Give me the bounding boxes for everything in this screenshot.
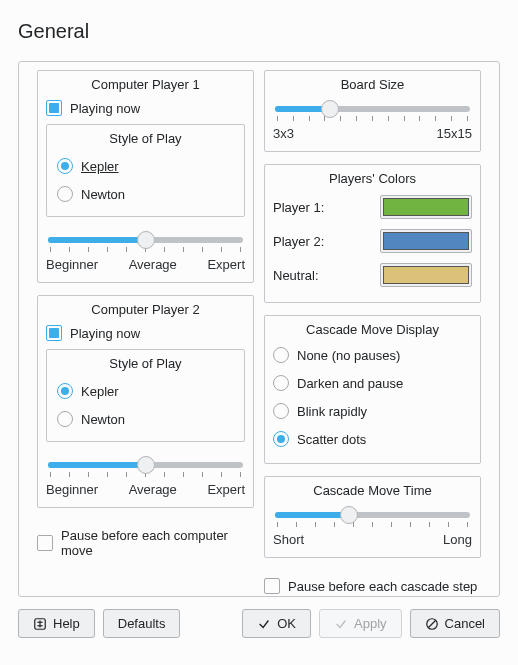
cascade-time-legend: Cascade Move Time	[273, 483, 472, 498]
pause-before-computer-move-checkbox[interactable]: Pause before each computer move	[37, 526, 254, 560]
p2-color-button[interactable]	[380, 229, 472, 253]
cp1-style-group: Style of Play Kepler Newton	[46, 124, 245, 217]
radio-selected-icon	[57, 158, 73, 174]
help-button[interactable]: Help	[18, 609, 95, 638]
radio-unselected-icon	[273, 403, 289, 419]
cascade-darken-label: Darken and pause	[297, 376, 403, 391]
cp1-style-legend: Style of Play	[57, 131, 234, 146]
color-swatch-icon	[383, 232, 469, 250]
radio-unselected-icon	[273, 375, 289, 391]
button-bar: Help Defaults OK Apply Cancel	[0, 597, 518, 638]
cancel-icon	[425, 617, 439, 631]
pause-before-cascade-checkbox[interactable]: Pause before each cascade step	[264, 576, 477, 596]
pause-computer-label: Pause before each computer move	[61, 528, 254, 558]
help-icon	[33, 617, 47, 631]
p1-color-label: Player 1:	[273, 200, 324, 215]
slider-handle-icon[interactable]	[321, 100, 339, 118]
cp2-newton-label: Newton	[81, 412, 125, 427]
cp1-radio-newton[interactable]: Newton	[57, 180, 234, 208]
svg-line-5	[428, 620, 435, 627]
group-board-size: Board Size 3x3 15x15	[264, 70, 481, 152]
help-button-label: Help	[53, 616, 80, 631]
cp2-slider-mid: Average	[129, 482, 177, 497]
right-column: Board Size 3x3 15x15 Players' Colors Pla…	[264, 70, 481, 596]
cp1-playing-now-label: Playing now	[70, 101, 140, 116]
ok-button[interactable]: OK	[242, 609, 311, 638]
radio-selected-icon	[273, 431, 289, 447]
checkbox-checked-icon	[46, 100, 62, 116]
p1-color-button[interactable]	[380, 195, 472, 219]
group-computer-player-2: Computer Player 2 Playing now Style of P…	[37, 295, 254, 508]
defaults-button[interactable]: Defaults	[103, 609, 181, 638]
cp2-kepler-label: Kepler	[81, 384, 119, 399]
cp1-playing-now-checkbox[interactable]: Playing now	[46, 96, 245, 124]
board-min-label: 3x3	[273, 126, 294, 141]
cp2-radio-kepler[interactable]: Kepler	[57, 377, 234, 405]
cascade-radio-none[interactable]: None (no pauses)	[273, 341, 472, 369]
cp1-slider-min: Beginner	[46, 257, 98, 272]
page-title: General	[0, 0, 518, 51]
neutral-color-button[interactable]	[380, 263, 472, 287]
cp1-skill-slider[interactable]: Beginner Average Expert	[46, 227, 245, 272]
slider-handle-icon[interactable]	[137, 231, 155, 249]
cascade-blink-label: Blink rapidly	[297, 404, 367, 419]
cp1-slider-max: Expert	[207, 257, 245, 272]
color-swatch-icon	[383, 198, 469, 216]
pause-cascade-label: Pause before each cascade step	[288, 579, 477, 594]
cascade-display-legend: Cascade Move Display	[273, 322, 472, 337]
cp2-radio-newton[interactable]: Newton	[57, 405, 234, 433]
group-cascade-time: Cascade Move Time Short Long	[264, 476, 481, 558]
cp2-slider-min: Beginner	[46, 482, 98, 497]
cp1-newton-label: Newton	[81, 187, 125, 202]
checkbox-checked-icon	[46, 325, 62, 341]
p2-color-label: Player 2:	[273, 234, 324, 249]
checkbox-unchecked-icon	[37, 535, 53, 551]
colors-legend: Players' Colors	[273, 171, 472, 186]
cancel-button-label: Cancel	[445, 616, 485, 631]
group-computer-player-1: Computer Player 1 Playing now Style of P…	[37, 70, 254, 283]
cp2-skill-slider[interactable]: Beginner Average Expert	[46, 452, 245, 497]
apply-button-label: Apply	[354, 616, 387, 631]
cp1-legend: Computer Player 1	[46, 77, 245, 92]
cp2-style-group: Style of Play Kepler Newton	[46, 349, 245, 442]
ok-button-label: OK	[277, 616, 296, 631]
cp2-legend: Computer Player 2	[46, 302, 245, 317]
cp2-playing-now-label: Playing now	[70, 326, 140, 341]
radio-unselected-icon	[57, 186, 73, 202]
cascade-time-min: Short	[273, 532, 304, 547]
cp2-style-legend: Style of Play	[57, 356, 234, 371]
slider-handle-icon[interactable]	[137, 456, 155, 474]
radio-selected-icon	[57, 383, 73, 399]
apply-button[interactable]: Apply	[319, 609, 402, 638]
cascade-radio-blink[interactable]: Blink rapidly	[273, 397, 472, 425]
radio-unselected-icon	[57, 411, 73, 427]
cp1-radio-kepler[interactable]: Kepler	[57, 152, 234, 180]
check-icon	[257, 617, 271, 631]
board-max-label: 15x15	[437, 126, 472, 141]
group-player-colors: Players' Colors Player 1: Player 2: Neut…	[264, 164, 481, 303]
check-icon	[334, 617, 348, 631]
defaults-button-label: Defaults	[118, 616, 166, 631]
settings-panel: Computer Player 1 Playing now Style of P…	[18, 61, 500, 597]
group-cascade-display: Cascade Move Display None (no pauses) Da…	[264, 315, 481, 464]
checkbox-unchecked-icon	[264, 578, 280, 594]
board-size-slider[interactable]: 3x3 15x15	[273, 96, 472, 141]
cp1-kepler-label: Kepler	[81, 159, 119, 174]
radio-unselected-icon	[273, 347, 289, 363]
cp2-playing-now-checkbox[interactable]: Playing now	[46, 321, 245, 349]
cascade-radio-scatter[interactable]: Scatter dots	[273, 425, 472, 453]
board-legend: Board Size	[273, 77, 472, 92]
cp1-slider-mid: Average	[129, 257, 177, 272]
color-swatch-icon	[383, 266, 469, 284]
left-column: Computer Player 1 Playing now Style of P…	[37, 70, 254, 596]
cancel-button[interactable]: Cancel	[410, 609, 500, 638]
cascade-time-slider[interactable]: Short Long	[273, 502, 472, 547]
cascade-none-label: None (no pauses)	[297, 348, 400, 363]
neutral-color-label: Neutral:	[273, 268, 319, 283]
cp2-slider-max: Expert	[207, 482, 245, 497]
cascade-radio-darken[interactable]: Darken and pause	[273, 369, 472, 397]
slider-handle-icon[interactable]	[340, 506, 358, 524]
cascade-time-max: Long	[443, 532, 472, 547]
cascade-scatter-label: Scatter dots	[297, 432, 366, 447]
